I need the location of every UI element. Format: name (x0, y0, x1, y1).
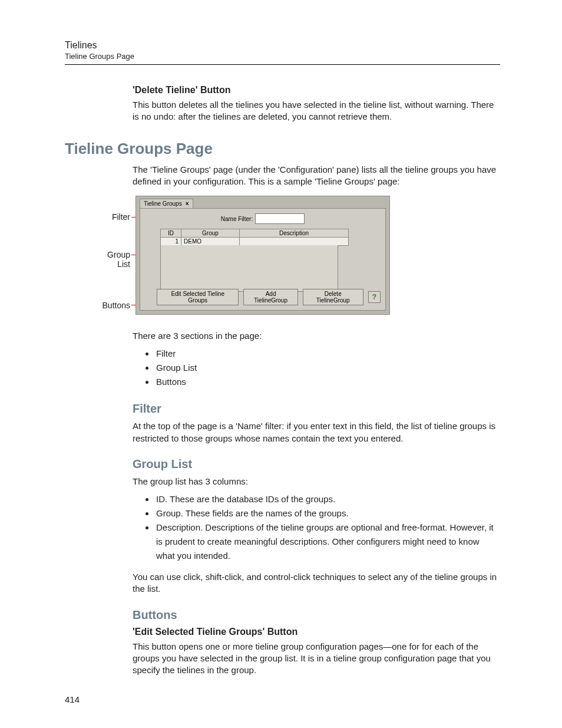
filter-label: Name Filter: (221, 216, 253, 222)
header-chapter: Tielines (65, 40, 500, 51)
callout-buttons-label: Buttons (103, 301, 130, 310)
col-id[interactable]: ID (161, 229, 181, 238)
header-rule (65, 64, 500, 65)
screenshot-window: Tieline Groups × Name Filter: ID Group D… (135, 196, 390, 315)
table-empty-area (160, 245, 338, 292)
sections-list: Filter Group List Buttons (133, 347, 500, 389)
help-icon[interactable]: ? (368, 291, 381, 303)
filter-para: At the top of the page is a 'Name' filte… (133, 420, 500, 444)
page-number: 414 (65, 694, 80, 704)
after-shot-para: There are 3 sections in the page: (133, 330, 500, 342)
callout-filter-label: Filter (112, 212, 130, 222)
intro-para: The 'Tieline Groups' page (under the 'Co… (133, 164, 500, 188)
cell-group: DEMO (181, 238, 240, 246)
group-list-intro: The group list has 3 columns: (133, 476, 500, 487)
tab-tieline-groups[interactable]: Tieline Groups × (140, 199, 193, 208)
button-row: Edit Selected Tieline Groups Add Tieline… (157, 289, 381, 305)
list-item: Group List (155, 361, 500, 375)
group-list-heading: Group List (133, 457, 500, 471)
filter-row: Name Filter: (140, 213, 385, 224)
tab-body: Name Filter: ID Group Description 1 DEMO (140, 208, 386, 311)
list-item: Group. These fields are the names of the… (155, 506, 500, 521)
list-item: Filter (155, 347, 500, 361)
cell-id: 1 (161, 238, 181, 246)
main-heading: Tieline Groups Page (65, 140, 500, 158)
cell-description (240, 238, 349, 246)
screenshot-figure: Filter Group List Buttons Tieline Groups… (97, 196, 500, 319)
name-filter-input[interactable] (255, 213, 305, 224)
edit-selected-heading: 'Edit Selected Tieline Groups' Button (133, 627, 500, 637)
document-page: Tielines Tieline Groups Page 'Delete Tie… (0, 0, 562, 728)
list-item: Description. Descriptions of the tieline… (155, 521, 500, 563)
callout-group-label-2: List (117, 259, 130, 269)
table-row[interactable]: 1 DEMO (161, 238, 349, 246)
header-section: Tieline Groups Page (65, 52, 500, 61)
filter-heading: Filter (133, 402, 500, 416)
callout-group-label-1: Group (107, 250, 130, 259)
delete-tielinegroup-button[interactable]: Delete TielineGroup (303, 289, 363, 305)
edit-selected-para: This button opens one or more tieline gr… (133, 641, 500, 677)
list-item: Buttons (155, 375, 500, 389)
group-list-items: ID. These are the database IDs of the gr… (133, 492, 500, 563)
delete-tieline-heading: 'Delete Tieline' Button (133, 85, 500, 95)
tab-label: Tieline Groups (144, 200, 182, 207)
col-group[interactable]: Group (181, 229, 240, 238)
group-table: ID Group Description 1 DEMO (160, 229, 349, 246)
col-description[interactable]: Description (240, 229, 349, 238)
list-item: ID. These are the database IDs of the gr… (155, 492, 500, 506)
table-header-row: ID Group Description (161, 229, 349, 238)
add-tielinegroup-button[interactable]: Add TielineGroup (243, 289, 297, 305)
edit-selected-button[interactable]: Edit Selected Tieline Groups (157, 289, 239, 305)
group-list-outro: You can use click, shift-click, and cont… (133, 571, 500, 595)
close-icon[interactable]: × (186, 200, 189, 207)
delete-tieline-para: This button deletes all the tielines you… (133, 99, 500, 123)
buttons-heading: Buttons (133, 608, 500, 622)
content-body: 'Delete Tieline' Button This button dele… (133, 85, 500, 676)
